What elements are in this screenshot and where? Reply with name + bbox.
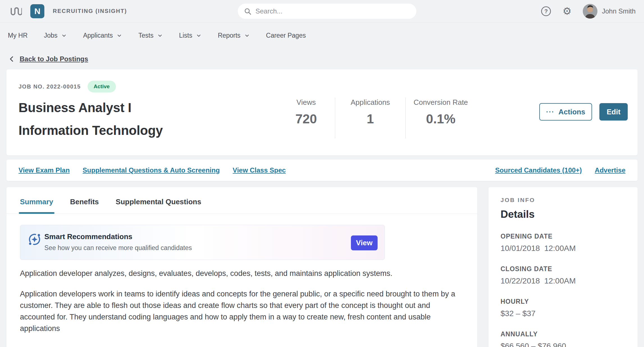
logo-letter: N [34, 6, 40, 16]
stat-applications: Applications 1 [335, 97, 405, 139]
search-icon [244, 8, 252, 15]
back-to-job-postings-link[interactable]: Back to Job Postings [8, 55, 88, 63]
user-menu[interactable]: John Smith [583, 4, 636, 19]
job-info-panel: JOB INFO Details OPENING DATE 10/01/2018… [488, 187, 638, 347]
nav-item-reports[interactable]: Reports [218, 32, 250, 39]
details-title: Details [501, 208, 629, 220]
job-stats: Views 720 Applications 1 Conversion Rate… [277, 97, 476, 139]
actions-button[interactable]: ··· Actions [539, 103, 592, 121]
search-bar[interactable] [238, 4, 416, 19]
stat-conversion-rate: Conversion Rate 0.1% [406, 97, 476, 139]
chevron-down-icon [117, 33, 122, 38]
main-nav: My HR Jobs Applicants Tests Lists Report… [0, 23, 644, 48]
user-name: John Smith [602, 7, 636, 15]
nav-item-applicants[interactable]: Applicants [83, 32, 122, 39]
edit-button[interactable]: Edit [599, 103, 628, 121]
smart-recommendations-banner: Smart Recommendations See how you can re… [20, 225, 385, 260]
chevron-down-icon [157, 33, 163, 38]
tab-benefits[interactable]: Benefits [70, 198, 99, 214]
status-badge: Active [88, 81, 116, 92]
view-exam-plan-link[interactable]: View Exam Plan [19, 166, 70, 174]
field-annually: ANNUALLY $66,560 – $76,960 [501, 330, 629, 347]
description-paragraph-2: Application developers work in teams to … [20, 288, 460, 334]
quick-links-bar: View Exam Plan Supplemental Questions & … [6, 160, 638, 181]
job-number: JOB NO. 2022-00015 [19, 83, 81, 90]
chevron-left-icon [8, 56, 15, 62]
quick-links-left: View Exam Plan Supplemental Questions & … [19, 166, 286, 174]
field-closing-date: CLOSING DATE 10/22/2018 12:00AM [501, 265, 629, 285]
supplemental-questions-auto-screening-link[interactable]: Supplemental Questions & Auto Screening [83, 166, 220, 174]
stat-views: Views 720 [277, 97, 335, 139]
search-input[interactable] [255, 7, 407, 15]
tab-supplemental-questions[interactable]: Supplemental Questions [116, 198, 201, 214]
ellipsis-icon: ··· [546, 110, 554, 113]
app-title: RECRUITING (INSIGHT) [53, 8, 127, 14]
app-header: N RECRUITING (INSIGHT) ? ⚙ [0, 0, 644, 22]
job-summary-card: Summary Benefits Supplemental Questions … [6, 187, 477, 347]
job-header-card: JOB NO. 2022-00015 Active Business Analy… [6, 69, 638, 155]
tab-summary[interactable]: Summary [20, 198, 53, 214]
help-icon[interactable]: ? [541, 6, 551, 17]
nav-item-lists[interactable]: Lists [179, 32, 202, 39]
quick-links-right: Sourced Candidates (100+) Advertise [495, 166, 625, 174]
gear-icon[interactable]: ⚙ [563, 6, 572, 16]
svg-text:?: ? [544, 8, 548, 14]
header-right: ? ⚙ John Smith [541, 0, 636, 22]
field-opening-date: OPENING DATE 10/01/2018 12:00AM [501, 233, 629, 253]
field-hourly: HOURLY $32 – $37 [501, 298, 629, 318]
nav-item-jobs[interactable]: Jobs [44, 32, 67, 39]
advertise-link[interactable]: Advertise [595, 166, 625, 174]
nav-item-career-pages[interactable]: Career Pages [266, 32, 306, 39]
job-info-label: JOB INFO [501, 197, 629, 203]
tab-bar: Summary Benefits Supplemental Questions [6, 187, 477, 214]
chevron-down-icon [61, 33, 67, 38]
banner-title: Smart Recommendations [44, 232, 133, 241]
view-class-spec-link[interactable]: View Class Spec [233, 166, 286, 174]
nav-item-my-hr[interactable]: My HR [8, 32, 28, 39]
neogov-logo[interactable]: N [30, 4, 44, 18]
avatar[interactable] [583, 4, 597, 19]
nav-item-tests[interactable]: Tests [138, 32, 163, 39]
view-button[interactable]: View [351, 235, 378, 250]
sourced-candidates-link[interactable]: Sourced Candidates (100+) [495, 166, 582, 174]
job-title: Business Analyst I Information Technolog… [19, 96, 163, 142]
chevron-down-icon [196, 33, 202, 38]
pulse-waveform-icon [10, 5, 22, 18]
sparkle-icon [28, 232, 42, 246]
chevron-down-icon [244, 33, 250, 38]
description-paragraph-1: Application developer analyzes, designs,… [20, 268, 460, 279]
banner-subtitle: See how you can receive more qualified c… [44, 244, 192, 252]
